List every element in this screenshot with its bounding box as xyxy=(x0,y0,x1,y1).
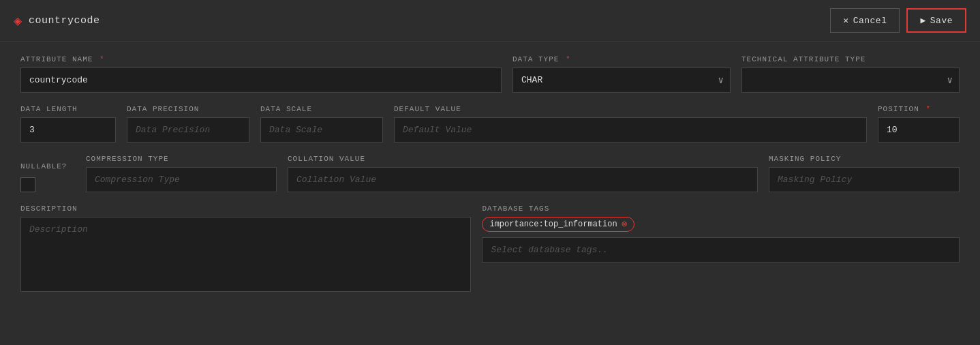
data-precision-group: DATA PRECISION xyxy=(127,105,249,142)
data-scale-group: DATA SCALE xyxy=(260,105,383,142)
tag-pill-importance: importance:top_information ⊗ xyxy=(482,217,634,232)
position-group: POSITION * xyxy=(878,105,960,142)
description-group: DESCRIPTION xyxy=(20,205,471,292)
page-title: countrycode xyxy=(29,15,100,27)
tech-attr-select-wrapper: ∨ xyxy=(741,68,960,93)
form-row-4: DESCRIPTION DATABASE TAGS importance:top… xyxy=(20,205,960,292)
database-tags-input[interactable] xyxy=(482,237,960,262)
tag-pill-text: importance:top_information xyxy=(489,220,617,229)
masking-policy-input[interactable] xyxy=(769,167,960,192)
data-type-group: DATA TYPE * CHAR VARCHAR INT BIGINT FLOA… xyxy=(512,55,731,93)
technical-attribute-type-select[interactable] xyxy=(741,68,960,93)
header-left: ◈ countrycode xyxy=(14,12,100,29)
form-body: ATTRIBUTE NAME * DATA TYPE * CHAR VARCHA… xyxy=(0,42,980,345)
collation-value-label: COLLATION VALUE xyxy=(288,155,758,163)
data-type-select[interactable]: CHAR VARCHAR INT BIGINT FLOAT BOOLEAN DA… xyxy=(512,68,731,93)
compression-type-label: COMPRESSION TYPE xyxy=(86,155,277,163)
default-value-input[interactable] xyxy=(394,117,867,142)
compression-type-group: COMPRESSION TYPE xyxy=(86,155,277,192)
technical-attribute-type-label: TECHNICAL ATTRIBUTE TYPE xyxy=(741,55,960,63)
data-length-group: DATA LENGTH xyxy=(20,105,116,142)
data-scale-label: DATA SCALE xyxy=(260,105,383,113)
save-button[interactable]: ▶ Save xyxy=(906,8,966,33)
masking-policy-label: MASKING POLICY xyxy=(769,155,960,163)
default-value-group: DEFAULT VALUE xyxy=(394,105,867,142)
logo-icon: ◈ xyxy=(14,12,22,29)
cancel-button[interactable]: ✕ Cancel xyxy=(830,8,900,33)
data-precision-input[interactable] xyxy=(127,117,249,142)
collation-value-input[interactable] xyxy=(288,167,758,192)
data-length-input[interactable] xyxy=(20,117,116,142)
database-tags-label: DATABASE TAGS xyxy=(482,205,960,213)
description-label: DESCRIPTION xyxy=(20,205,471,213)
cancel-icon: ✕ xyxy=(843,15,848,26)
position-input[interactable] xyxy=(878,117,960,142)
nullable-group: NULLABLE? xyxy=(20,162,75,192)
form-row-2: DATA LENGTH DATA PRECISION DATA SCALE DE… xyxy=(20,105,960,142)
default-value-label: DEFAULT VALUE xyxy=(394,105,867,113)
technical-attribute-type-group: TECHNICAL ATTRIBUTE TYPE ∨ xyxy=(741,55,960,93)
header-actions: ✕ Cancel ▶ Save xyxy=(830,8,966,33)
attribute-name-label: ATTRIBUTE NAME * xyxy=(20,55,502,63)
header: ◈ countrycode ✕ Cancel ▶ Save xyxy=(0,0,980,42)
data-length-label: DATA LENGTH xyxy=(20,105,116,113)
form-row-3: NULLABLE? COMPRESSION TYPE COLLATION VAL… xyxy=(20,155,960,192)
collation-value-group: COLLATION VALUE xyxy=(288,155,758,192)
data-precision-label: DATA PRECISION xyxy=(127,105,249,113)
data-type-select-wrapper: CHAR VARCHAR INT BIGINT FLOAT BOOLEAN DA… xyxy=(512,68,731,93)
data-type-label: DATA TYPE * xyxy=(512,55,731,63)
page-container: ◈ countrycode ✕ Cancel ▶ Save ATTRIBUTE … xyxy=(0,0,980,345)
tag-remove-button[interactable]: ⊗ xyxy=(622,220,627,229)
tags-container: importance:top_information ⊗ xyxy=(482,217,960,262)
nullable-checkbox-container xyxy=(20,175,75,192)
attribute-name-input[interactable] xyxy=(20,68,502,93)
tag-pills: importance:top_information ⊗ xyxy=(482,217,960,232)
position-label: POSITION * xyxy=(878,105,960,113)
nullable-checkbox[interactable] xyxy=(20,177,35,192)
data-scale-input[interactable] xyxy=(260,117,383,142)
nullable-label: NULLABLE? xyxy=(20,162,75,170)
masking-policy-group: MASKING POLICY xyxy=(769,155,960,192)
form-row-1: ATTRIBUTE NAME * DATA TYPE * CHAR VARCHA… xyxy=(20,55,960,93)
compression-type-input[interactable] xyxy=(86,167,277,192)
save-icon: ▶ xyxy=(920,15,925,26)
attribute-name-group: ATTRIBUTE NAME * xyxy=(20,55,502,93)
database-tags-group: DATABASE TAGS importance:top_information… xyxy=(482,205,960,262)
description-textarea[interactable] xyxy=(20,217,471,292)
